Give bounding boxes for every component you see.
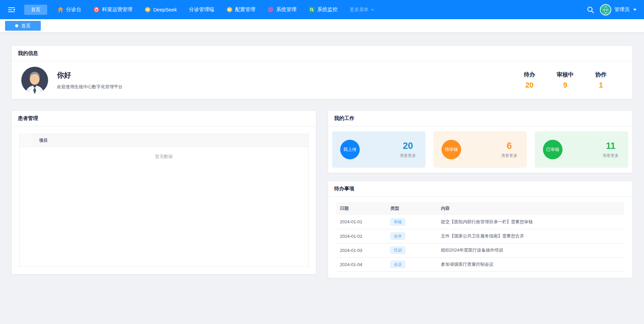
stat-value: 1 <box>591 81 611 90</box>
deepseek-icon <box>144 6 151 13</box>
collapse-sidebar-icon[interactable] <box>7 6 15 14</box>
view-more-link[interactable]: 查看更多 <box>400 153 416 159</box>
empty-data-text: 暂无数据 <box>20 147 308 160</box>
department-icon <box>93 6 100 13</box>
stat-collaboration: 协作 1 <box>591 71 611 90</box>
my-info-card: 我的信息 你好 欢迎使用生殖中心数字化管理平台 <box>11 45 633 99</box>
todo-type-badge: 合并 <box>390 232 405 240</box>
todo-content: 组织2024年度医疗设备操作培训 <box>438 243 624 257</box>
user-avatar <box>600 4 611 15</box>
todo-col-date: 日期 <box>336 202 387 215</box>
greeting-block: 你好 欢迎使用生殖中心数字化管理平台 <box>57 70 123 90</box>
user-menu[interactable]: 管理员 <box>600 4 637 15</box>
nav-item-label: 科室运营管理 <box>102 6 132 13</box>
stat-in-review: 审核中 9 <box>555 71 575 90</box>
config-icon <box>226 6 233 13</box>
todo-content: 参加省级医疗质量控制会议 <box>438 257 624 271</box>
todo-table: 日期 类型 内容 2024-01-01 审核 提交【医院内部行政管理目录一栏】需… <box>336 202 624 272</box>
stat-pending: 待办 20 <box>520 71 539 90</box>
nav-item-label: 系统管理 <box>276 6 296 13</box>
nav-item-dept-operations[interactable]: 科室运营管理 <box>93 6 132 13</box>
profile-avatar <box>21 67 48 94</box>
greeting-title: 你好 <box>57 70 123 80</box>
todo-row[interactable]: 2024-01-03 培训 组织2024年度医疗设备操作培训 <box>336 243 624 257</box>
todo-date: 2024-01-03 <box>336 243 387 257</box>
nav-menu: 分诊台 科室运营管理 DeepSeek 分诊管理端 <box>57 6 375 13</box>
tab-home[interactable]: 首页 <box>5 21 41 31</box>
todo-col-type: 类型 <box>387 202 438 215</box>
home-button[interactable]: 首页 <box>24 5 47 15</box>
tile-count: 11 <box>603 141 619 151</box>
nav-item-system-mgmt[interactable]: 系统管理 <box>267 6 296 13</box>
patient-management-card: 患者管理 项目 暂无数据 <box>11 110 316 274</box>
patient-table-column-header: 项目 <box>34 137 48 143</box>
view-more-link[interactable]: 查看更多 <box>603 153 619 159</box>
stat-value: 20 <box>520 81 539 90</box>
patient-table-header: 项目 <box>20 134 308 147</box>
tile-reviewed[interactable]: 已审核 11 查看更多 <box>535 131 628 168</box>
tile-count: 20 <box>400 141 416 151</box>
todo-content: 提交【医院内部行政管理目录一栏】需要您审核 <box>438 215 624 229</box>
greeting-subtitle: 欢迎使用生殖中心数字化管理平台 <box>57 84 123 90</box>
nav-item-config[interactable]: 配置管理 <box>226 6 255 13</box>
todo-type-badge: 培训 <box>390 247 405 254</box>
nav-item-label: 分诊台 <box>66 6 81 13</box>
nav-item-label: 配置管理 <box>235 6 255 13</box>
patient-management-body: 项目 暂无数据 <box>12 126 316 274</box>
todo-date: 2024-01-04 <box>336 257 387 271</box>
todo-row[interactable]: 2024-01-01 审核 提交【医院内部行政管理目录一栏】需要您审核 <box>336 215 624 229</box>
my-info-card-body: 你好 欢迎使用生殖中心数字化管理平台 待办 20 审核中 9 协作 1 <box>12 61 632 99</box>
tile-my-uploads[interactable]: 我上传 20 查看更多 <box>332 131 425 168</box>
todo-type-badge: 审核 <box>390 218 405 226</box>
my-info-card-title: 我的信息 <box>12 46 632 61</box>
stat-label: 待办 <box>520 71 539 78</box>
search-icon[interactable] <box>586 6 594 14</box>
nav-item-triage[interactable]: 分诊台 <box>57 6 81 13</box>
house-icon <box>57 6 64 13</box>
stat-label: 审核中 <box>555 71 575 78</box>
nav-item-triage-admin[interactable]: 分诊管理端 <box>189 6 214 13</box>
tile-count: 6 <box>501 141 517 151</box>
nav-item-deepseek[interactable]: DeepSeek <box>144 6 177 13</box>
todo-content: 文件【国家公共卫生服务指南】需要您合并 <box>438 229 624 243</box>
more-menu-label: 更多菜单 <box>350 7 368 13</box>
todo-type-badge: 会议 <box>390 261 405 268</box>
nav-item-label: DeepSeek <box>153 7 177 12</box>
tile-circle-label: 我上传 <box>340 140 360 159</box>
todo-row[interactable]: 2024-01-02 合并 文件【国家公共卫生服务指南】需要您合并 <box>336 229 624 243</box>
tile-pending-review[interactable]: 待审核 6 查看更多 <box>433 131 527 168</box>
tile-circle-label: 已审核 <box>543 140 562 159</box>
tab-bar: 首页 <box>0 19 644 32</box>
my-work-body: 我上传 20 查看更多 待审核 6 查看更多 已 <box>328 126 632 173</box>
chevron-down-icon <box>371 8 375 12</box>
todo-title: 待办事项 <box>328 181 632 197</box>
monitor-icon <box>309 6 315 13</box>
patient-table: 项目 暂无数据 <box>19 134 309 267</box>
todo-row[interactable]: 2024-01-04 会议 参加省级医疗质量控制会议 <box>336 257 624 271</box>
stat-label: 协作 <box>591 71 611 78</box>
my-work-card: 我的工作 我上传 20 查看更多 待审核 6 查看更多 <box>328 110 633 173</box>
tab-label: 首页 <box>21 23 31 29</box>
todo-col-content: 内容 <box>438 202 624 215</box>
info-stats: 待办 20 审核中 9 协作 1 <box>520 71 611 90</box>
stat-value: 9 <box>555 81 575 90</box>
nav-item-system-monitor[interactable]: 系统监控 <box>309 6 337 13</box>
view-more-link[interactable]: 查看更多 <box>501 153 517 159</box>
todo-date: 2024-01-02 <box>336 229 387 243</box>
nav-item-label: 分诊管理端 <box>189 6 214 13</box>
username-label: 管理员 <box>614 6 630 13</box>
patient-management-title: 患者管理 <box>12 111 316 126</box>
more-menu-button[interactable]: 更多菜单 <box>350 7 375 13</box>
nav-item-label: 系统监控 <box>317 6 337 13</box>
patient-table-spacer-cell <box>20 134 34 147</box>
gear-icon <box>267 6 274 13</box>
todo-header-row: 日期 类型 内容 <box>336 202 624 215</box>
todo-date: 2024-01-01 <box>336 215 387 229</box>
tab-active-dot <box>15 24 18 27</box>
navbar-right: 管理员 <box>586 4 637 15</box>
todo-card: 待办事项 日期 类型 内容 2024-01-01 <box>328 181 633 278</box>
tile-circle-label: 待审核 <box>442 140 461 159</box>
my-work-title: 我的工作 <box>328 111 632 126</box>
todo-body: 日期 类型 内容 2024-01-01 审核 提交【医院内部行政管理目录一栏】需… <box>328 197 632 278</box>
top-navbar: 首页 分诊台 科室运营管理 DeepSeek <box>0 0 644 19</box>
